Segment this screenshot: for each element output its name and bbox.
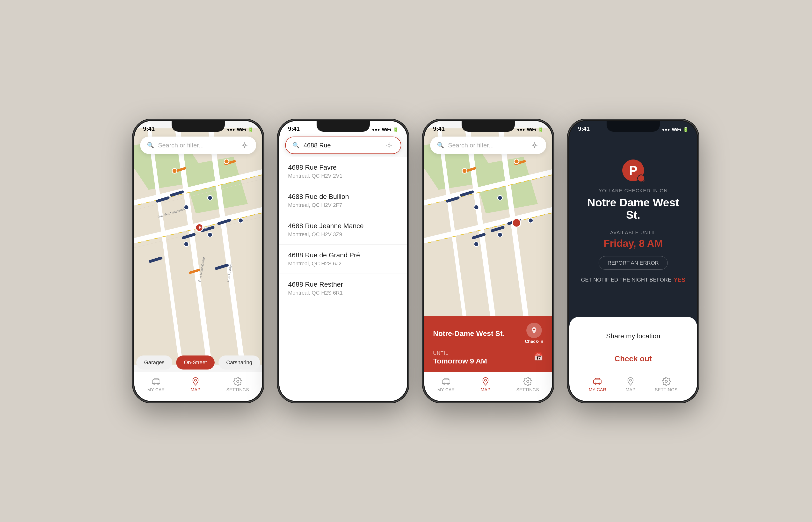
checkout-button-4[interactable]: Check out (579, 349, 687, 368)
tab-mycar-1[interactable]: MY CAR (147, 377, 165, 393)
tab-mycar-label-4: MY CAR (589, 387, 606, 393)
tab-mycar-label-3: MY CAR (437, 387, 455, 393)
result-name-4: 4688 Rue Resther (288, 281, 398, 288)
wifi-icon: WiFi (237, 127, 246, 132)
search-value-2[interactable]: 4688 Rue (304, 142, 380, 149)
svg-point-73 (512, 219, 521, 227)
tab-settings-1[interactable]: SETTINGS (226, 377, 249, 393)
parking-dot-4 (639, 176, 646, 183)
parking-logo-4: P (622, 160, 644, 181)
notch-2 (317, 121, 370, 132)
status-time-3: 9:41 (433, 125, 445, 132)
phone-3: 9:41 ●●● WiFi 🔋 🔍 Search or filter... (423, 120, 553, 402)
tab-mycar-label-1: MY CAR (147, 387, 165, 393)
result-name-0: 4688 Rue Favre (288, 164, 398, 171)
tab-map-4[interactable]: MAP (626, 377, 635, 393)
tab-map-1[interactable]: MAP (191, 377, 201, 393)
search-bar-3[interactable]: 🔍 Search or filter... (430, 137, 546, 154)
phone-2: 9:41 ●●● WiFi 🔋 🔍 4688 Rue (278, 120, 408, 402)
signal-icon-4: ●●● (662, 127, 670, 132)
phones-container: Parc Rue des Seigneurs Rue Notre-Dame Ru… (114, 120, 698, 402)
location-button-1[interactable] (240, 140, 249, 150)
status-icons-2: ●●● WiFi 🔋 (372, 127, 398, 132)
svg-point-83 (485, 379, 486, 381)
tab-mycar-4[interactable]: MY CAR (589, 377, 606, 393)
phone-1: Parc Rue des Seigneurs Rue Notre-Dame Ru… (133, 120, 263, 402)
svg-point-27 (172, 168, 177, 173)
checkedin-screen-4: 9:41 ●●● WiFi 🔋 P (569, 121, 697, 401)
status-time-1: 9:41 (143, 125, 155, 132)
svg-point-66 (474, 205, 479, 210)
checkedin-bottom-4: Share my location Check out MY CAR (569, 317, 697, 401)
available-label-4: AVAILABLE UNTIL (610, 230, 656, 235)
notify-label-4: GET NOTIFIED THE NIGHT BEFORE (581, 277, 671, 283)
chip-garages-1[interactable]: Garages (136, 356, 172, 369)
car-icon-1 (151, 377, 161, 386)
result-sub-2: Montreal, QC H2V 3Z9 (288, 231, 398, 238)
tab-mycar-3[interactable]: MY CAR (437, 377, 455, 393)
svg-point-70 (528, 218, 533, 223)
svg-point-72 (514, 159, 519, 164)
calendar-icon-3[interactable]: 📅 (534, 352, 543, 361)
svg-point-89 (665, 380, 668, 383)
result-item-4[interactable]: 4688 Rue Resther Montreal, QC H2S 6R1 (279, 274, 407, 303)
tab-map-label-1: MAP (191, 387, 201, 393)
result-item-0[interactable]: 4688 Rue Favre Montreal, QC H2V 2V1 (279, 157, 407, 186)
svg-point-71 (462, 168, 467, 173)
svg-point-78 (533, 144, 535, 146)
signal-icon-2: ●●● (372, 127, 380, 132)
share-location-button-4[interactable]: Share my location (579, 325, 687, 347)
battery-icon-2: 🔋 (393, 127, 398, 132)
result-sub-4: Montreal, QC H2S 6R1 (288, 290, 398, 296)
chip-carsharing-1[interactable]: Carsharing (219, 356, 260, 369)
checkin-btn-label-3: Check-in (525, 339, 543, 344)
tab-map-label-4: MAP (626, 387, 635, 393)
svg-point-28 (224, 159, 229, 164)
battery-icon-3: 🔋 (538, 127, 543, 132)
search-bar-2[interactable]: 🔍 4688 Rue (285, 137, 401, 154)
checkin-until-row-3: UNTIL Tomorrow 9 AM 📅 (433, 348, 543, 365)
wifi-icon-4: WiFi (672, 127, 681, 132)
status-icons-4: ●●● WiFi 🔋 (662, 127, 688, 132)
search-icon-1: 🔍 (147, 142, 154, 148)
report-error-button-4[interactable]: REPORT AN ERROR (598, 256, 668, 270)
svg-point-25 (208, 232, 212, 237)
search-icon-3: 🔍 (437, 142, 444, 148)
svg-point-24 (184, 242, 189, 246)
notch-1 (171, 121, 225, 132)
checkin-button-3[interactable]: Check-in (525, 323, 543, 344)
result-item-3[interactable]: 4688 Rue de Grand Pré Montreal, QC H2S 6… (279, 245, 407, 274)
search-results-2: 4688 Rue Favre Montreal, QC H2V 2V1 4688… (279, 157, 407, 401)
result-item-2[interactable]: 4688 Rue Jeanne Mance Montreal, QC H2V 3… (279, 215, 407, 245)
status-time-4: 9:41 (578, 125, 590, 132)
checkin-circle-3 (526, 323, 542, 338)
map-svg-1: Parc Rue des Seigneurs Rue Notre-Dame Ru… (134, 121, 262, 372)
tab-map-3[interactable]: MAP (481, 377, 491, 393)
result-item-1[interactable]: 4688 Rue de Bullion Montreal, QC H2V 2F7 (279, 186, 407, 215)
bottom-tabs-1: MY CAR MAP SETTINGS (134, 372, 262, 401)
checkin-card-3: Notre-Dame West St. Check-in (424, 316, 552, 372)
notch-3 (462, 121, 515, 132)
map-icon-4 (626, 377, 635, 386)
checkin-icon-3 (530, 326, 538, 334)
map-icon-1 (191, 377, 200, 386)
notify-yes-4[interactable]: YES (674, 277, 685, 283)
settings-icon-3 (523, 377, 532, 386)
location-button-3[interactable] (530, 140, 540, 150)
signal-icon-3: ●●● (517, 127, 525, 132)
location-button-2[interactable] (384, 140, 394, 150)
available-time-4: Friday, 8 AM (604, 238, 663, 249)
map-view-1[interactable]: Parc Rue des Seigneurs Rue Notre-Dame Ru… (134, 121, 262, 372)
tab-settings-4[interactable]: SETTINGS (655, 377, 678, 393)
map-icon-3 (481, 377, 490, 386)
result-sub-0: Montreal, QC H2V 2V1 (288, 173, 398, 179)
chip-onstreet-1[interactable]: On-Street (176, 356, 215, 369)
tab-settings-3[interactable]: SETTINGS (516, 377, 539, 393)
result-name-1: 4688 Rue de Bullion (288, 193, 398, 201)
svg-text:Parc: Parc (199, 225, 207, 229)
search-bar-1[interactable]: 🔍 Search or filter... (140, 137, 256, 154)
tab-settings-label-3: SETTINGS (516, 387, 539, 393)
svg-point-26 (238, 218, 243, 223)
result-name-3: 4688 Rue de Grand Pré (288, 251, 398, 259)
car-icon-4 (593, 377, 602, 386)
